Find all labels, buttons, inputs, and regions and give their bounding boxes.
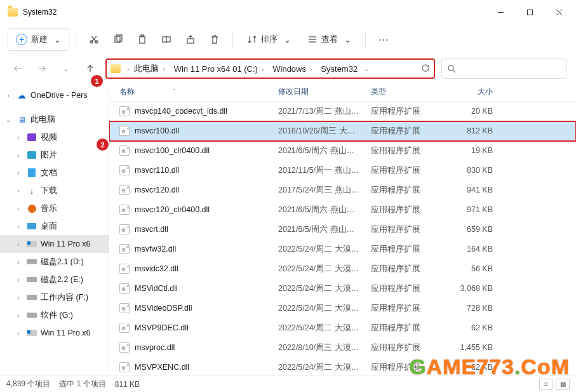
minimize-button[interactable] bbox=[486, 2, 515, 22]
sidebar-item[interactable]: ›磁盘2.1 (D:) bbox=[0, 253, 109, 271]
breadcrumb-item[interactable]: 此电脑› bbox=[131, 63, 171, 74]
forward-button[interactable] bbox=[33, 60, 51, 78]
more-button[interactable]: ⋯ bbox=[372, 28, 395, 51]
file-date: 2021/6/5/周六 燕山月… bbox=[273, 205, 366, 215]
sort-label: 排序 bbox=[261, 34, 278, 45]
expand-icon[interactable]: › bbox=[14, 187, 23, 194]
column-type[interactable]: 类型 bbox=[366, 86, 441, 97]
svg-line-19 bbox=[453, 70, 455, 72]
expand-icon[interactable]: › bbox=[14, 294, 23, 301]
maximize-button[interactable] bbox=[515, 2, 544, 22]
cloud-icon: ☁ bbox=[17, 90, 27, 100]
file-date: 2022/5/24/周二 大漠… bbox=[273, 362, 366, 373]
file-name: msvcr100.dll bbox=[135, 126, 179, 135]
breadcrumb-item[interactable]: Windows› bbox=[270, 64, 318, 74]
back-button[interactable] bbox=[9, 60, 27, 78]
dll-file-icon: ⚙ bbox=[119, 126, 130, 136]
cut-button[interactable] bbox=[83, 28, 105, 51]
expand-icon[interactable]: › bbox=[14, 152, 23, 159]
sidebar-item[interactable]: ›☁OneDrive - Pers bbox=[0, 86, 109, 104]
file-row[interactable]: ⚙msvproc.dll2022/8/10/周三 大漠…应用程序扩展1,455 … bbox=[109, 338, 576, 358]
sidebar-item[interactable]: ⌄🖥此电脑 bbox=[0, 111, 109, 128]
sidebar-item[interactable]: ›图片 bbox=[0, 146, 109, 164]
file-size: 62 KB bbox=[441, 323, 498, 332]
pc-icon: 🖥 bbox=[17, 114, 27, 125]
breadcrumb-item[interactable]: System32 bbox=[318, 64, 360, 74]
sidebar-item[interactable]: ›音乐 bbox=[0, 199, 109, 217]
chevron-down-icon[interactable]: ⌄ bbox=[360, 65, 373, 72]
expand-icon[interactable]: › bbox=[14, 330, 23, 337]
file-date: 2022/5/24/周二 大漠… bbox=[273, 264, 366, 274]
file-row[interactable]: ⚙msvidc32.dll2022/5/24/周二 大漠…应用程序扩展56 KB bbox=[109, 259, 576, 279]
file-row[interactable]: ⚙msvcr110.dll2012/11/5/周一 燕山…应用程序扩展830 K… bbox=[109, 161, 576, 180]
separator bbox=[76, 32, 76, 47]
expand-icon[interactable]: › bbox=[14, 205, 23, 212]
view-button[interactable]: 查看 ⌄ bbox=[300, 28, 359, 51]
file-row[interactable]: ⚙msvcr100_clr0400.dll2021/6/5/周六 燕山月…应用程… bbox=[109, 141, 576, 161]
expand-icon[interactable]: › bbox=[14, 170, 23, 177]
expand-icon[interactable]: ⌄ bbox=[4, 116, 13, 123]
expand-icon[interactable]: › bbox=[14, 312, 23, 319]
dll-file-icon: ⚙ bbox=[119, 106, 130, 116]
expand-icon[interactable]: › bbox=[4, 92, 13, 99]
file-name: msvfw32.dll bbox=[135, 245, 176, 253]
expand-icon[interactable]: › bbox=[14, 223, 23, 230]
file-row[interactable]: ⚙msvfw32.dll2022/5/24/周二 大漠…应用程序扩展164 KB bbox=[109, 240, 576, 259]
file-size: 659 KB bbox=[441, 225, 498, 234]
history-button[interactable]: ⌄ bbox=[57, 60, 75, 78]
sidebar-item[interactable]: ›软件 (G:) bbox=[0, 306, 109, 324]
sidebar-item-label: Win 11 Pro x6 bbox=[41, 240, 91, 248]
expand-icon[interactable]: › bbox=[14, 259, 23, 266]
plus-icon: + bbox=[16, 34, 27, 45]
close-button[interactable] bbox=[544, 2, 573, 22]
dll-file-icon: ⚙ bbox=[119, 244, 130, 254]
sidebar-item[interactable]: ›桌面 bbox=[0, 217, 109, 235]
window-title: System32 bbox=[23, 8, 57, 17]
dll-file-icon: ⚙ bbox=[119, 205, 130, 215]
list-view-button[interactable]: ≡ bbox=[539, 379, 553, 390]
file-row[interactable]: ⚙msvcr120_clr0400.dll2021/6/5/周六 燕山月…应用程… bbox=[109, 200, 576, 220]
sidebar-item[interactable]: ›Win 11 Pro x6 bbox=[0, 235, 109, 253]
column-date[interactable]: 修改日期 bbox=[273, 86, 366, 97]
refresh-button[interactable] bbox=[421, 64, 430, 74]
expand-icon[interactable]: › bbox=[14, 134, 23, 141]
sidebar-item[interactable]: ›文档 bbox=[0, 164, 109, 182]
toolbar: + 新建 ⌄ 排序 ⌄ 查看 ⌄ ⋯ bbox=[0, 24, 576, 55]
file-row[interactable]: ⚙msvcrt.dll2021/6/5/周六 燕山月…应用程序扩展659 KB bbox=[109, 220, 576, 240]
file-row[interactable]: ⚙MSVideoDSP.dll2022/5/24/周二 大漠…应用程序扩展728… bbox=[109, 299, 576, 318]
paste-button[interactable] bbox=[131, 28, 154, 51]
column-name[interactable]: 名称˄ bbox=[114, 86, 273, 97]
file-row[interactable]: ⚙msvcr120.dll2017/5/24/周三 燕山…应用程序扩展941 K… bbox=[109, 180, 576, 200]
rename-button[interactable] bbox=[155, 28, 178, 51]
file-date: 2021/6/5/周六 燕山月… bbox=[273, 224, 366, 235]
file-date: 2017/5/24/周三 燕山… bbox=[273, 185, 366, 196]
address-bar[interactable]: › 此电脑› Win 11 Pro x64 01 (C:)› Windows› … bbox=[105, 58, 435, 79]
drive-win-icon bbox=[27, 328, 37, 338]
file-row[interactable]: ⚙MSVidCtl.dll2022/5/24/周二 大漠…应用程序扩展3,068… bbox=[109, 279, 576, 299]
grid-view-button[interactable]: ▦ bbox=[556, 379, 570, 390]
sort-button[interactable]: 排序 ⌄ bbox=[239, 28, 298, 51]
share-button[interactable] bbox=[179, 28, 202, 51]
expand-icon[interactable]: › bbox=[14, 276, 23, 283]
file-name: MSVidCtl.dll bbox=[135, 284, 178, 293]
delete-button[interactable] bbox=[203, 28, 226, 51]
sidebar-item[interactable]: ›Win 11 Pro x6 bbox=[0, 324, 109, 342]
sidebar-item[interactable]: ›视频 bbox=[0, 128, 109, 146]
video-icon bbox=[27, 132, 37, 142]
search-input[interactable] bbox=[441, 58, 567, 79]
file-row[interactable]: ⚙msvcp140_codecvt_ids.dll2021/7/13/周二 燕山… bbox=[109, 102, 576, 121]
folder-icon bbox=[111, 64, 121, 73]
file-name: msvcrt.dll bbox=[135, 225, 168, 234]
file-row[interactable]: ⚙MSVP9DEC.dll2022/5/24/周二 大漠…应用程序扩展62 KB bbox=[109, 318, 576, 338]
column-size[interactable]: 大小 bbox=[441, 86, 498, 97]
file-row[interactable]: ⚙msvcr100.dll2016/10/26/周三 大…应用程序扩展812 K… bbox=[109, 121, 576, 141]
breadcrumb-item[interactable]: Win 11 Pro x64 01 (C:)› bbox=[171, 64, 271, 74]
sidebar-item[interactable]: ›工作内容 (F:) bbox=[0, 288, 109, 306]
sidebar-item[interactable]: ›↓下载 bbox=[0, 182, 109, 199]
sidebar-item-label: 音乐 bbox=[41, 203, 57, 214]
sidebar-item[interactable]: ›磁盘2.2 (E:) bbox=[0, 271, 109, 288]
copy-button[interactable] bbox=[107, 28, 130, 51]
new-button[interactable]: + 新建 ⌄ bbox=[8, 28, 69, 51]
expand-icon[interactable]: › bbox=[14, 241, 23, 248]
file-row[interactable]: ⚙MSVPXENC.dll2022/5/24/周二 大漠…应用程序扩展62 KB bbox=[109, 358, 576, 375]
